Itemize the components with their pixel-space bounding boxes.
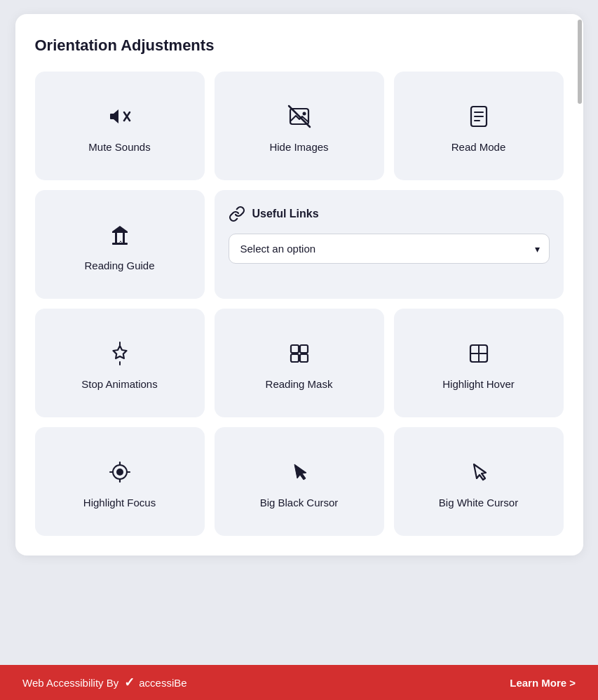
hide-images-icon [286,103,313,130]
mute-sounds-icon [107,103,133,130]
hide-images-label: Hide Images [269,141,328,153]
orientation-panel: Orientation Adjustments Mute Sounds [15,14,583,556]
highlight-focus-icon [107,459,133,485]
useful-links-header: Useful Links [229,206,319,222]
stop-animations-label: Stop Animations [81,378,157,390]
svg-rect-14 [291,345,299,353]
footer-brand[interactable]: ✓ accessiBe [124,675,186,690]
reading-guide-icon [107,222,133,248]
footer-brand-name: accessiBe [139,677,186,689]
big-black-cursor-card[interactable]: Big Black Cursor [215,427,384,536]
learn-more-link[interactable]: Learn More > [510,677,576,689]
footer: Web Accessibility By ✓ accessiBe Learn M… [0,665,598,700]
big-white-cursor-label: Big White Cursor [439,497,518,509]
svg-rect-10 [123,233,125,243]
reading-mask-icon [286,340,313,367]
scrollbar[interactable] [576,14,583,556]
cards-grid: Mute Sounds Hide Images [35,72,564,536]
useful-links-icon [229,206,245,222]
reading-guide-card[interactable]: Reading Guide [35,190,205,299]
accessibe-checkmark-icon: ✓ [124,675,135,690]
useful-links-select[interactable]: Select an option [229,234,550,264]
highlight-hover-icon [466,340,492,367]
useful-links-select-wrapper[interactable]: Select an option ▾ [229,234,550,264]
reading-guide-label: Reading Guide [84,260,154,271]
svg-rect-16 [291,354,299,362]
useful-links-label: Useful Links [252,208,319,220]
reading-mask-label: Reading Mask [266,378,333,390]
mute-sounds-label: Mute Sounds [88,141,150,153]
read-mode-card[interactable]: Read Mode [394,72,564,180]
big-black-cursor-label: Big Black Cursor [260,497,339,509]
big-white-cursor-icon [466,459,492,485]
highlight-hover-label: Highlight Hover [442,378,515,390]
svg-point-21 [116,469,123,476]
big-white-cursor-card[interactable]: Big White Cursor [394,427,564,536]
stop-animations-icon [107,340,133,367]
mute-sounds-card[interactable]: Mute Sounds [35,72,205,180]
useful-links-card[interactable]: Useful Links Select an option ▾ [215,190,564,299]
panel-title: Orientation Adjustments [35,36,564,55]
highlight-hover-card[interactable]: Highlight Hover [394,309,564,417]
svg-rect-17 [300,354,308,362]
reading-mask-card[interactable]: Reading Mask [215,309,384,417]
footer-left: Web Accessibility By ✓ accessiBe [22,675,187,690]
footer-left-text: Web Accessibility By [22,677,118,689]
stop-animations-card[interactable]: Stop Animations [35,309,205,417]
scrollbar-thumb[interactable] [578,20,582,104]
hide-images-card[interactable]: Hide Images [215,72,384,180]
read-mode-label: Read Mode [451,141,506,153]
highlight-focus-label: Highlight Focus [83,497,156,509]
svg-rect-9 [115,233,117,243]
svg-point-3 [302,112,306,116]
svg-rect-15 [300,345,308,353]
highlight-focus-card[interactable]: Highlight Focus [35,427,205,536]
big-black-cursor-icon [286,459,313,485]
read-mode-icon [466,103,492,130]
